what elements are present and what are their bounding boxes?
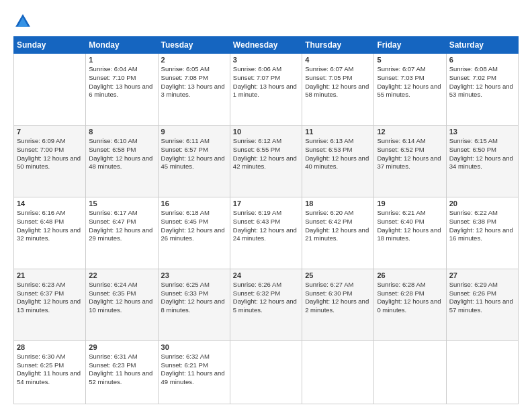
day-number: 7	[17, 128, 83, 136]
cell-info: Sunrise: 6:31 AMSunset: 6:23 PMDaylight:…	[89, 353, 154, 387]
calendar-cell: 1 Sunrise: 6:04 AMSunset: 7:10 PMDayligh…	[86, 54, 158, 126]
day-number: 15	[89, 199, 154, 208]
weekday-header: Tuesday	[158, 37, 230, 54]
cell-info: Sunrise: 6:15 AMSunset: 6:50 PMDaylight:…	[449, 137, 515, 171]
calendar-cell: 6 Sunrise: 6:08 AMSunset: 7:02 PMDayligh…	[446, 54, 518, 126]
logo	[13, 12, 35, 31]
day-number: 28	[17, 343, 83, 351]
day-number: 12	[377, 128, 443, 136]
calendar-cell: 27 Sunrise: 6:29 AMSunset: 6:26 PMDaylig…	[446, 269, 518, 340]
calendar-cell: 24 Sunrise: 6:26 AMSunset: 6:32 PMDaylig…	[230, 269, 302, 340]
day-number: 9	[161, 128, 227, 136]
calendar-cell	[230, 340, 302, 404]
day-number: 13	[449, 128, 515, 136]
day-number: 8	[89, 128, 154, 136]
weekday-header: Monday	[86, 37, 158, 54]
page: SundayMondayTuesdayWednesdayThursdayFrid…	[0, 0, 532, 411]
calendar-cell: 25 Sunrise: 6:27 AMSunset: 6:30 PMDaylig…	[302, 269, 374, 340]
calendar-cell	[302, 340, 374, 404]
day-number: 30	[161, 343, 227, 351]
cell-info: Sunrise: 6:18 AMSunset: 6:45 PMDaylight:…	[161, 209, 227, 243]
calendar-cell: 29 Sunrise: 6:31 AMSunset: 6:23 PMDaylig…	[86, 340, 158, 404]
day-number: 22	[89, 271, 154, 279]
cell-info: Sunrise: 6:07 AMSunset: 7:03 PMDaylight:…	[377, 65, 443, 99]
calendar-cell: 28 Sunrise: 6:30 AMSunset: 6:25 PMDaylig…	[14, 340, 86, 404]
day-number: 17	[233, 199, 299, 208]
calendar-cell: 26 Sunrise: 6:28 AMSunset: 6:28 PMDaylig…	[374, 269, 446, 340]
day-number: 16	[161, 199, 227, 208]
weekday-header: Wednesday	[230, 37, 302, 54]
calendar-cell	[446, 340, 518, 404]
cell-info: Sunrise: 6:26 AMSunset: 6:32 PMDaylight:…	[233, 281, 299, 315]
cell-info: Sunrise: 6:12 AMSunset: 6:55 PMDaylight:…	[233, 137, 299, 171]
cell-info: Sunrise: 6:28 AMSunset: 6:28 PMDaylight:…	[377, 281, 443, 315]
logo-icon	[13, 12, 32, 31]
day-number: 19	[377, 199, 443, 208]
calendar-cell: 13 Sunrise: 6:15 AMSunset: 6:50 PMDaylig…	[446, 125, 518, 197]
calendar-cell: 5 Sunrise: 6:07 AMSunset: 7:03 PMDayligh…	[374, 54, 446, 126]
calendar-cell	[14, 54, 86, 126]
calendar-week-row: 28 Sunrise: 6:30 AMSunset: 6:25 PMDaylig…	[14, 340, 519, 404]
calendar-cell: 11 Sunrise: 6:13 AMSunset: 6:53 PMDaylig…	[302, 125, 374, 197]
cell-info: Sunrise: 6:22 AMSunset: 6:38 PMDaylight:…	[449, 209, 515, 243]
day-number: 11	[305, 128, 371, 136]
cell-info: Sunrise: 6:20 AMSunset: 6:42 PMDaylight:…	[305, 209, 371, 243]
calendar-cell: 16 Sunrise: 6:18 AMSunset: 6:45 PMDaylig…	[158, 197, 230, 269]
cell-info: Sunrise: 6:14 AMSunset: 6:52 PMDaylight:…	[377, 137, 443, 171]
calendar-cell: 3 Sunrise: 6:06 AMSunset: 7:07 PMDayligh…	[230, 54, 302, 126]
calendar-cell: 30 Sunrise: 6:32 AMSunset: 6:21 PMDaylig…	[158, 340, 230, 404]
calendar-cell: 8 Sunrise: 6:10 AMSunset: 6:58 PMDayligh…	[86, 125, 158, 197]
calendar-cell: 21 Sunrise: 6:23 AMSunset: 6:37 PMDaylig…	[14, 269, 86, 340]
cell-info: Sunrise: 6:30 AMSunset: 6:25 PMDaylight:…	[17, 353, 83, 387]
day-number: 14	[17, 199, 83, 208]
calendar-cell: 14 Sunrise: 6:16 AMSunset: 6:48 PMDaylig…	[14, 197, 86, 269]
calendar-cell: 19 Sunrise: 6:21 AMSunset: 6:40 PMDaylig…	[374, 197, 446, 269]
weekday-header: Saturday	[446, 37, 518, 54]
calendar-week-row: 7 Sunrise: 6:09 AMSunset: 7:00 PMDayligh…	[14, 125, 519, 197]
day-number: 5	[377, 56, 443, 64]
cell-info: Sunrise: 6:21 AMSunset: 6:40 PMDaylight:…	[377, 209, 443, 243]
cell-info: Sunrise: 6:23 AMSunset: 6:37 PMDaylight:…	[17, 281, 83, 315]
cell-info: Sunrise: 6:25 AMSunset: 6:33 PMDaylight:…	[161, 281, 227, 315]
cell-info: Sunrise: 6:24 AMSunset: 6:35 PMDaylight:…	[89, 281, 154, 315]
calendar-cell: 2 Sunrise: 6:05 AMSunset: 7:08 PMDayligh…	[158, 54, 230, 126]
calendar-cell	[374, 340, 446, 404]
cell-info: Sunrise: 6:10 AMSunset: 6:58 PMDaylight:…	[89, 137, 154, 171]
cell-info: Sunrise: 6:09 AMSunset: 7:00 PMDaylight:…	[17, 137, 83, 171]
day-number: 27	[449, 271, 515, 279]
weekday-header: Friday	[374, 37, 446, 54]
cell-info: Sunrise: 6:13 AMSunset: 6:53 PMDaylight:…	[305, 137, 371, 171]
calendar-cell: 7 Sunrise: 6:09 AMSunset: 7:00 PMDayligh…	[14, 125, 86, 197]
calendar-cell: 18 Sunrise: 6:20 AMSunset: 6:42 PMDaylig…	[302, 197, 374, 269]
day-number: 26	[377, 271, 443, 279]
calendar-cell: 23 Sunrise: 6:25 AMSunset: 6:33 PMDaylig…	[158, 269, 230, 340]
weekday-header-row: SundayMondayTuesdayWednesdayThursdayFrid…	[14, 37, 519, 54]
calendar-week-row: 1 Sunrise: 6:04 AMSunset: 7:10 PMDayligh…	[14, 54, 519, 126]
calendar-table: SundayMondayTuesdayWednesdayThursdayFrid…	[13, 36, 519, 404]
day-number: 1	[89, 56, 154, 64]
day-number: 20	[449, 199, 515, 208]
cell-info: Sunrise: 6:17 AMSunset: 6:47 PMDaylight:…	[89, 209, 154, 243]
weekday-header: Sunday	[14, 37, 86, 54]
day-number: 4	[305, 56, 371, 64]
calendar-cell: 17 Sunrise: 6:19 AMSunset: 6:43 PMDaylig…	[230, 197, 302, 269]
cell-info: Sunrise: 6:29 AMSunset: 6:26 PMDaylight:…	[449, 281, 515, 315]
day-number: 24	[233, 271, 299, 279]
calendar-week-row: 14 Sunrise: 6:16 AMSunset: 6:48 PMDaylig…	[14, 197, 519, 269]
cell-info: Sunrise: 6:11 AMSunset: 6:57 PMDaylight:…	[161, 137, 227, 171]
calendar-cell: 22 Sunrise: 6:24 AMSunset: 6:35 PMDaylig…	[86, 269, 158, 340]
cell-info: Sunrise: 6:27 AMSunset: 6:30 PMDaylight:…	[305, 281, 371, 315]
calendar-cell: 20 Sunrise: 6:22 AMSunset: 6:38 PMDaylig…	[446, 197, 518, 269]
day-number: 2	[161, 56, 227, 64]
cell-info: Sunrise: 6:06 AMSunset: 7:07 PMDaylight:…	[233, 65, 299, 99]
day-number: 6	[449, 56, 515, 64]
cell-info: Sunrise: 6:16 AMSunset: 6:48 PMDaylight:…	[17, 209, 83, 243]
calendar-week-row: 21 Sunrise: 6:23 AMSunset: 6:37 PMDaylig…	[14, 269, 519, 340]
cell-info: Sunrise: 6:32 AMSunset: 6:21 PMDaylight:…	[161, 353, 227, 387]
day-number: 10	[233, 128, 299, 136]
cell-info: Sunrise: 6:05 AMSunset: 7:08 PMDaylight:…	[161, 65, 227, 99]
day-number: 18	[305, 199, 371, 208]
cell-info: Sunrise: 6:07 AMSunset: 7:05 PMDaylight:…	[305, 65, 371, 99]
day-number: 25	[305, 271, 371, 279]
calendar-cell: 9 Sunrise: 6:11 AMSunset: 6:57 PMDayligh…	[158, 125, 230, 197]
